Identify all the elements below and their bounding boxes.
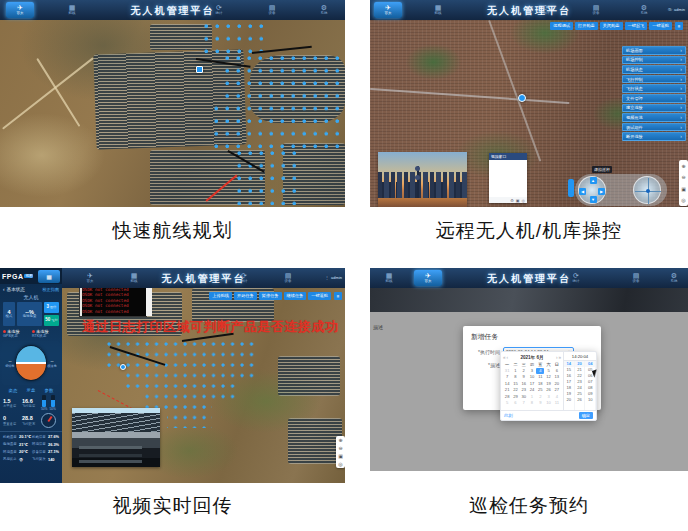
menu-item[interactable]: 视频推流: [622, 113, 686, 122]
user-chip[interactable]: ⋮admin: [325, 275, 342, 280]
zoom-out-icon[interactable]: ⊖: [681, 174, 685, 180]
arrow-left-icon[interactable]: ◀: [579, 188, 586, 195]
video-window[interactable]: 视频窗口 ⚙ ▣ ◎: [489, 153, 527, 203]
nav-tab-system[interactable]: ⚙系统: [630, 2, 658, 18]
toolbar-button[interactable]: 上传航线: [209, 292, 232, 300]
day-cell[interactable]: 5: [503, 400, 511, 406]
nav-tab-device[interactable]: ▤设备: [274, 270, 302, 286]
arrow-up-icon[interactable]: ▲: [590, 177, 597, 184]
menu-item[interactable]: 飞行控制: [622, 75, 686, 84]
joystick-right-pad[interactable]: [633, 176, 661, 204]
annotation-text: 通过日志打印区域可判断产品是否连接成功: [82, 318, 339, 336]
drone-position-marker[interactable]: [120, 364, 126, 370]
nav-tab-route[interactable]: ▦航线: [375, 270, 403, 286]
nav-tab-device[interactable]: ▤设备: [622, 270, 650, 286]
arrow-right-icon[interactable]: ▶: [598, 188, 605, 195]
env-label: 环境湿度: [32, 442, 47, 446]
video-thumbnail-hangar[interactable]: [72, 432, 160, 467]
layers-icon[interactable]: ▣: [338, 453, 343, 459]
nav-tab-home[interactable]: ✈首页: [414, 270, 442, 286]
nav-tab-route[interactable]: ▦航线: [120, 270, 148, 286]
prev-month-button[interactable]: ‹: [507, 355, 509, 360]
nav-tab-stats[interactable]: ⟳统计: [562, 270, 590, 286]
back-chevron-icon[interactable]: ‹: [3, 287, 5, 292]
nav-tab-home[interactable]: ✈首页: [6, 2, 34, 18]
day-cell[interactable]: 6: [511, 400, 519, 406]
nav-tab-stats[interactable]: ⟳统计: [230, 270, 258, 286]
zoom-in-icon[interactable]: ⊕: [681, 163, 685, 169]
satellite-map[interactable]: [0, 0, 345, 207]
active-view-tab[interactable]: ▦: [38, 270, 60, 283]
toolbar-button[interactable]: 继续任务: [284, 292, 307, 300]
menu-item[interactable]: 机场画面: [622, 46, 686, 55]
toolbar-more-button[interactable]: ≡: [675, 22, 683, 30]
tab-params[interactable]: 参数: [45, 388, 54, 393]
toolbar-button[interactable]: 打开舱盖: [575, 22, 598, 30]
toolbar-button[interactable]: 一键返航: [308, 292, 331, 300]
tab-compass[interactable]: 罗盘: [27, 388, 36, 393]
prev-year-button[interactable]: «: [503, 355, 506, 360]
next-year-button[interactable]: »: [558, 355, 561, 360]
menu-item[interactable]: 机场状态: [622, 65, 686, 74]
toolbar-button[interactable]: 开始任务: [234, 292, 257, 300]
zoom-out-icon[interactable]: ⊖: [338, 445, 342, 451]
nav-tab-stats[interactable]: ⟳统计: [532, 2, 560, 18]
confirm-button[interactable]: 确定: [579, 412, 593, 419]
arrow-down-icon[interactable]: ▼: [590, 196, 597, 203]
nav-tab-home[interactable]: ✈首页: [374, 2, 402, 18]
toolbar-button[interactable]: 暂停任务: [259, 292, 282, 300]
second-option[interactable]: 10: [585, 397, 595, 403]
joystick-left-pad[interactable]: ▲ ▼ ◀ ▶: [578, 176, 606, 204]
attitude-ball: [15, 345, 47, 381]
day-cell[interactable]: 7: [520, 400, 528, 406]
hour-option[interactable]: 20: [564, 397, 574, 403]
video-thumbnail-aerial[interactable]: [72, 408, 160, 432]
toolbar-button[interactable]: 一键起飞: [625, 22, 648, 30]
camera-feed-thumbnail[interactable]: [378, 152, 467, 207]
menu-item[interactable]: 文件管理: [622, 94, 686, 103]
nav-tab-device[interactable]: ▤设备: [582, 2, 610, 18]
menu-item[interactable]: 测试组件: [622, 123, 686, 132]
toolbar-button[interactable]: 一键返航: [649, 22, 672, 30]
day-cell[interactable]: 10: [544, 400, 552, 406]
layers-icon[interactable]: ▣: [516, 198, 520, 203]
locate-icon[interactable]: ◎: [338, 461, 342, 467]
nav-tab-home[interactable]: ✈首页: [76, 270, 104, 286]
drone-position-marker[interactable]: [518, 94, 526, 102]
hangar-menu: 机场画面 机场控制 机场状态 飞行控制 飞行状态 文件管理 建立连接 视频推流 …: [622, 46, 686, 141]
user-chip[interactable]: Ⓐadmin: [668, 7, 685, 12]
tab-attitude[interactable]: 姿态: [9, 388, 18, 393]
nav-tab-stats[interactable]: ⟳统计: [205, 2, 233, 18]
minute-option[interactable]: 26: [575, 397, 585, 403]
mode-box[interactable]: 4模式: [3, 302, 15, 326]
menu-item[interactable]: 飞行状态: [622, 84, 686, 93]
toolbar-button[interactable]: 远程调试: [550, 22, 573, 30]
signal-box[interactable]: 3图传: [44, 302, 59, 313]
zoom-in-icon[interactable]: ⊕: [338, 437, 342, 443]
nav-tab-device[interactable]: ▤设备: [258, 2, 286, 18]
drone-position-marker[interactable]: [196, 66, 203, 73]
menu-item[interactable]: 机场控制: [622, 56, 686, 65]
day-cell[interactable]: 11: [553, 400, 561, 406]
env-label: 设备湿度: [32, 450, 47, 454]
flight-box[interactable]: 50飞行: [44, 315, 59, 326]
layers-icon[interactable]: ▣: [681, 186, 686, 192]
gear-icon[interactable]: ⚙: [510, 198, 514, 203]
day-cell[interactable]: 9: [536, 400, 544, 406]
menu-item[interactable]: 建立连接: [622, 104, 686, 113]
stat-label: 模式: [6, 315, 13, 319]
nav-tab-route[interactable]: ▦航线: [58, 2, 86, 18]
nav-tab-route[interactable]: ▦航线: [424, 2, 452, 18]
nav-tab-system[interactable]: ⚙系统: [660, 270, 688, 286]
locate-icon[interactable]: ◎: [681, 197, 685, 203]
toolbar-more-button[interactable]: ≡: [334, 292, 342, 300]
joystick-panel-handle[interactable]: [568, 179, 574, 197]
next-month-button[interactable]: ›: [556, 355, 558, 360]
now-link[interactable]: 此刻: [504, 413, 513, 418]
locate-icon[interactable]: ◎: [522, 198, 526, 203]
menu-item[interactable]: 断开连接: [622, 132, 686, 141]
toolbar-button[interactable]: 关闭舱盖: [600, 22, 623, 30]
nav-tab-system[interactable]: ⚙系统: [310, 2, 338, 18]
calibration-link[interactable]: 校正指南: [42, 287, 59, 292]
day-cell[interactable]: 8: [528, 400, 536, 406]
